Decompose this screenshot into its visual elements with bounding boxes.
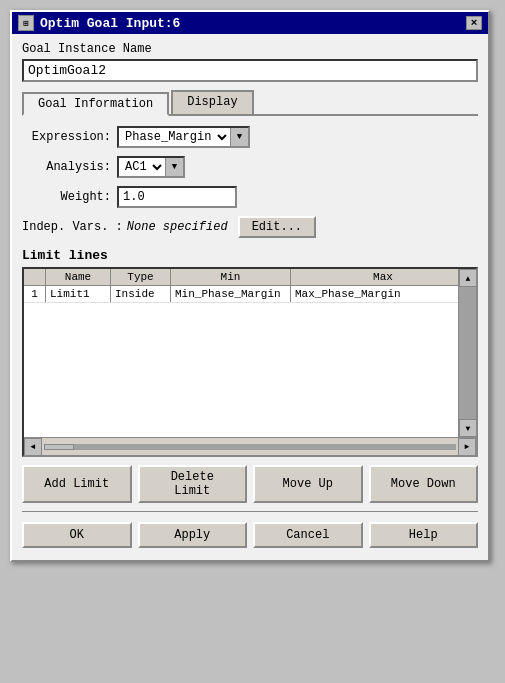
col-num: [24, 269, 46, 285]
indep-vars-value: None specified: [127, 220, 228, 234]
scroll-up-button[interactable]: ▲: [459, 269, 477, 287]
bottom-buttons: OK Apply Cancel Help: [22, 516, 478, 552]
delete-limit-button[interactable]: Delete Limit: [138, 465, 248, 503]
col-max-header: Max: [291, 269, 476, 285]
scroll-track-vertical: [459, 287, 476, 419]
close-button[interactable]: ×: [466, 16, 482, 30]
col-type-header: Type: [111, 269, 171, 285]
help-button[interactable]: Help: [369, 522, 479, 548]
table-row[interactable]: 1 Limit1 Inside Min_Phase_Margin Max_Pha…: [24, 286, 476, 303]
goal-instance-label: Goal Instance Name: [22, 42, 478, 56]
limit-lines-table: Name Type Min Max 1 Limit1 Inside Min_Ph…: [22, 267, 478, 457]
expression-dropdown-arrow[interactable]: ▼: [230, 128, 248, 146]
bottom-divider: [22, 511, 478, 512]
title-bar-left: ⊞ Optim Goal Input:6: [18, 15, 180, 31]
cancel-button[interactable]: Cancel: [253, 522, 363, 548]
tabs-container: Goal Information Display: [22, 90, 478, 116]
analysis-label: Analysis:: [22, 160, 117, 174]
move-up-button[interactable]: Move Up: [253, 465, 363, 503]
analysis-row: Analysis: AC1 ▼: [22, 156, 478, 178]
ok-button[interactable]: OK: [22, 522, 132, 548]
weight-label: Weight:: [22, 190, 117, 204]
analysis-select-wrapper: AC1 ▼: [117, 156, 185, 178]
scroll-thumb: [44, 444, 74, 450]
row-num: 1: [24, 286, 46, 302]
horizontal-scrollbar[interactable]: ◄ ►: [24, 437, 476, 455]
row-name: Limit1: [46, 286, 111, 302]
indep-vars-row: Indep. Vars. : None specified Edit...: [22, 216, 478, 238]
expression-row: Expression: Phase_Margin ▼: [22, 126, 478, 148]
analysis-dropdown-arrow[interactable]: ▼: [165, 158, 183, 176]
dialog-window: ⊞ Optim Goal Input:6 × Goal Instance Nam…: [10, 10, 490, 562]
title-bar: ⊞ Optim Goal Input:6 ×: [12, 12, 488, 34]
analysis-select[interactable]: AC1: [119, 158, 165, 176]
limit-lines-title: Limit lines: [22, 248, 478, 263]
row-min: Min_Phase_Margin: [171, 286, 291, 302]
apply-button[interactable]: Apply: [138, 522, 248, 548]
move-down-button[interactable]: Move Down: [369, 465, 479, 503]
goal-instance-input[interactable]: [22, 59, 478, 82]
dialog-icon: ⊞: [18, 15, 34, 31]
col-min-header: Min: [171, 269, 291, 285]
expression-select-wrapper: Phase_Margin ▼: [117, 126, 250, 148]
add-limit-button[interactable]: Add Limit: [22, 465, 132, 503]
weight-row: Weight:: [22, 186, 478, 208]
col-name-header: Name: [46, 269, 111, 285]
scroll-down-button[interactable]: ▼: [459, 419, 477, 437]
expression-select[interactable]: Phase_Margin: [119, 128, 230, 146]
scroll-right-button[interactable]: ►: [458, 438, 476, 456]
dialog-title: Optim Goal Input:6: [40, 16, 180, 31]
dialog-body: Goal Instance Name Goal Information Disp…: [12, 34, 488, 560]
indep-vars-label: Indep. Vars. :: [22, 220, 123, 234]
weight-input[interactable]: [117, 186, 237, 208]
row-max: Max_Phase_Margin: [291, 286, 476, 302]
expression-label: Expression:: [22, 130, 117, 144]
edit-button[interactable]: Edit...: [238, 216, 316, 238]
table-header: Name Type Min Max: [24, 269, 476, 286]
action-buttons: Add Limit Delete Limit Move Up Move Down: [22, 465, 478, 503]
scroll-track-horizontal: [44, 444, 456, 450]
tab-display[interactable]: Display: [171, 90, 253, 114]
vertical-scrollbar[interactable]: ▲ ▼: [458, 269, 476, 437]
scroll-left-button[interactable]: ◄: [24, 438, 42, 456]
row-type: Inside: [111, 286, 171, 302]
tab-goal-information[interactable]: Goal Information: [22, 92, 169, 116]
